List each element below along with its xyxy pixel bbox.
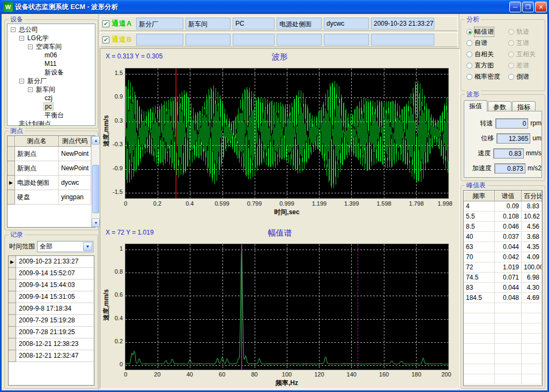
channel-b-checkbox[interactable]: ✔ <box>102 36 109 43</box>
channel-a-field-2[interactable]: PC <box>233 18 274 29</box>
peak-row[interactable] <box>464 344 542 354</box>
tree-expand-icon[interactable]: − <box>11 27 16 32</box>
radio-icon[interactable] <box>466 29 472 35</box>
field-value[interactable]: 0.873 <box>494 163 525 174</box>
peak-row[interactable]: 400.0373.68 <box>464 232 542 242</box>
tree-node-pc[interactable]: pc <box>8 102 95 111</box>
record-row[interactable]: 2009-9-14 15:31:05 <box>9 291 94 303</box>
scroll-thumb[interactable] <box>92 165 99 213</box>
peak-row[interactable] <box>464 334 542 344</box>
channel-b-field-3[interactable] <box>277 34 322 46</box>
tree-node-m06[interactable]: m06 <box>8 51 95 59</box>
device-tree[interactable]: −总公司−LG化学−空调车间m06M11新设备−新分厂−新车间czjpc平衡台非… <box>7 24 95 126</box>
peak-row[interactable] <box>464 303 542 313</box>
tree-expand-icon[interactable]: − <box>28 87 33 92</box>
points-row[interactable]: 新测点NewPoint <box>8 147 91 161</box>
scroll-up-icon[interactable]: ▲ <box>92 136 100 145</box>
record-row[interactable]: 2009-9-14 15:52:07 <box>9 268 94 280</box>
radio-icon[interactable] <box>466 40 472 46</box>
channel-a-field-4[interactable]: dycwc <box>324 18 369 29</box>
tree-node-czj[interactable]: czj <box>8 94 95 102</box>
tree-node-新设备[interactable]: 新设备 <box>8 68 95 77</box>
channel-a-field-0[interactable]: 新分厂 <box>136 18 183 29</box>
title-bar[interactable]: W 设备状态监测系统 ECM - 波形分析 ─ ❐ ✕ <box>0 0 549 14</box>
peak-row[interactable]: 700.0424.09 <box>464 252 542 262</box>
points-row[interactable]: 新测点NewPoint <box>8 161 91 176</box>
peak-cell-pct <box>522 374 542 385</box>
tree-node-LG化学[interactable]: −LG化学 <box>8 34 95 42</box>
record-row[interactable]: 2009-9-8 17:18:34 <box>9 303 94 315</box>
chevron-down-icon[interactable]: ▼ <box>83 242 92 251</box>
points-scrollbar[interactable]: ▲ ▼ <box>91 136 100 227</box>
tab-指标[interactable]: 指标 <box>512 101 536 111</box>
peak-cell-value: 0.037 <box>495 232 522 242</box>
time-range-select[interactable]: 全部 ▼ <box>37 241 93 252</box>
peak-row[interactable] <box>464 323 542 334</box>
tree-expand-icon[interactable]: − <box>19 36 24 41</box>
tab-参数[interactable]: 参数 <box>488 101 511 111</box>
peak-row[interactable]: 184.50.0484.69 <box>464 293 542 303</box>
peak-row[interactable]: 40.098.83 <box>464 201 542 212</box>
scroll-down-icon[interactable]: ▼ <box>92 218 100 227</box>
field-value[interactable]: 0.83 <box>493 148 524 159</box>
peak-row[interactable]: 8.50.0464.56 <box>464 222 542 232</box>
record-row[interactable]: 2009-7-29 15:19:28 <box>9 315 94 327</box>
record-row[interactable]: 2008-12-21 12:32:47 <box>9 350 94 362</box>
analysis-option-直方图[interactable]: 直方图 <box>466 61 508 70</box>
waveform-plot[interactable] <box>125 68 449 199</box>
peak-row[interactable]: 5.50.10810.62 <box>464 212 542 222</box>
field-value[interactable]: 12.365 <box>496 133 530 144</box>
analysis-option-概率密度[interactable]: 概率密度 <box>466 72 508 81</box>
tree-expand-icon[interactable]: − <box>28 44 33 49</box>
record-row[interactable]: 2008-12-21 12:38:23 <box>9 338 94 350</box>
channel-a-checkbox[interactable]: ✔ <box>102 20 109 27</box>
channel-a-field-1[interactable]: 新车间 <box>186 18 231 29</box>
tree-node-新车间[interactable]: −新车间 <box>8 85 95 94</box>
tree-node-空调车间[interactable]: −空调车间 <box>8 42 95 51</box>
analysis-option-自相关[interactable]: 自相关 <box>466 50 508 59</box>
charts-panel: X = 0.313 Y = 0.305 波形 速度,mm/s 1.50.90.3… <box>100 48 460 389</box>
scroll-track[interactable] <box>92 145 100 218</box>
minimize-button[interactable]: ─ <box>509 2 521 12</box>
points-row[interactable]: 硬盘yingpan <box>8 190 91 205</box>
points-row[interactable]: ▶电源处侧面dycwc <box>8 176 91 190</box>
close-button[interactable]: ✕ <box>535 2 547 12</box>
channel-b-field-2[interactable] <box>233 34 274 46</box>
peak-row[interactable]: 630.0444.35 <box>464 242 542 252</box>
record-row[interactable]: 2009-9-14 15:44:03 <box>9 280 94 291</box>
records-list[interactable]: ▶2009-10-23 21:33:272009-9-14 15:52:0720… <box>8 255 94 386</box>
peak-row[interactable] <box>464 354 542 364</box>
peak-row[interactable] <box>464 313 542 323</box>
tree-node-M11[interactable]: M11 <box>8 59 95 68</box>
analysis-option-幅值谱[interactable]: 幅值谱 <box>466 27 508 36</box>
peak-row[interactable]: 74.50.0716.98 <box>464 273 542 283</box>
channel-a-field-5[interactable]: 2009-10-23 21:33:27 <box>371 18 434 29</box>
tree-node-平衡台[interactable]: 平衡台 <box>8 111 95 119</box>
record-row[interactable]: ▶2009-10-23 21:33:27 <box>9 256 94 268</box>
channel-b-field-0[interactable] <box>136 34 183 46</box>
channel-a-field-3[interactable]: 电源处侧面 <box>277 18 322 29</box>
radio-icon[interactable] <box>466 63 472 69</box>
points-grid[interactable]: 测点名测点代码新测点NewPoint新测点NewPoint▶电源处侧面dycwc… <box>8 136 91 227</box>
field-value[interactable]: 0 <box>495 118 528 129</box>
radio-icon[interactable] <box>466 74 472 80</box>
record-row[interactable]: 2009-7-28 21:19:25 <box>9 327 94 338</box>
tree-expand-icon[interactable]: − <box>19 79 24 84</box>
tree-node-非计划测点[interactable]: 非计划测点 <box>8 119 95 126</box>
radio-icon[interactable] <box>466 51 472 57</box>
radio-icon[interactable] <box>508 74 514 80</box>
analysis-option-倒谱[interactable]: 倒谱 <box>508 72 541 81</box>
peak-row[interactable]: 830.0444.30 <box>464 283 542 293</box>
channel-b-field-4[interactable] <box>324 34 369 46</box>
restore-button[interactable]: ❐ <box>522 2 534 12</box>
tree-node-新分厂[interactable]: −新分厂 <box>8 77 95 85</box>
analysis-option-自谱[interactable]: 自谱 <box>466 39 508 48</box>
channel-b-field-5[interactable] <box>371 34 434 46</box>
peak-row[interactable] <box>464 374 542 385</box>
channel-b-field-1[interactable] <box>186 34 231 46</box>
peak-row[interactable]: 721.019100.00 <box>464 262 542 273</box>
peak-row[interactable] <box>464 364 542 374</box>
tab-振值[interactable]: 振值 <box>464 100 487 111</box>
tree-node-总公司[interactable]: −总公司 <box>8 25 95 34</box>
spectrum-plot[interactable] <box>125 244 449 370</box>
